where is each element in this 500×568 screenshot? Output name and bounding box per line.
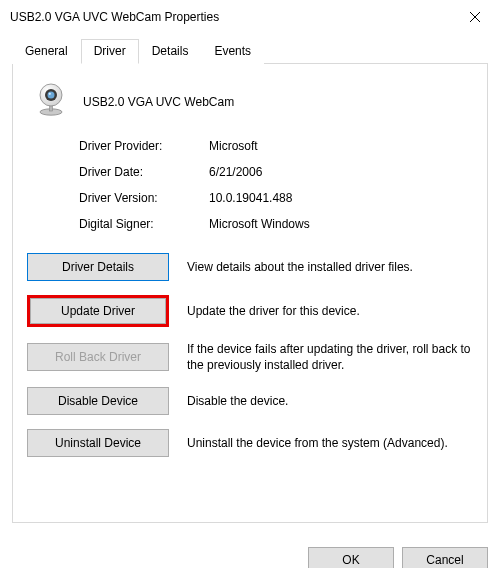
tab-general[interactable]: General [12,39,81,64]
ok-button[interactable]: OK [308,547,394,568]
version-value: 10.0.19041.488 [209,191,473,205]
driver-info: Driver Provider: Microsoft Driver Date: … [27,139,473,231]
disable-device-button[interactable]: Disable Device [27,387,169,415]
window-title: USB2.0 VGA UVC WebCam Properties [10,10,452,24]
uninstall-device-desc: Uninstall the device from the system (Ad… [187,435,473,451]
webcam-icon [33,82,69,121]
tab-driver[interactable]: Driver [81,39,139,64]
cancel-button[interactable]: Cancel [402,547,488,568]
titlebar: USB2.0 VGA UVC WebCam Properties [0,0,500,34]
update-driver-highlight: Update Driver [27,295,169,327]
signer-label: Digital Signer: [79,217,189,231]
device-header: USB2.0 VGA UVC WebCam [27,82,473,121]
tab-events[interactable]: Events [201,39,264,64]
driver-details-desc: View details about the installed driver … [187,259,473,275]
update-driver-button[interactable]: Update Driver [30,298,166,324]
svg-point-7 [49,93,51,95]
roll-back-driver-desc: If the device fails after updating the d… [187,341,473,373]
roll-back-driver-button: Roll Back Driver [27,343,169,371]
update-driver-desc: Update the driver for this device. [187,303,473,319]
provider-label: Driver Provider: [79,139,189,153]
dialog-buttons: OK Cancel [0,535,500,568]
date-value: 6/21/2006 [209,165,473,179]
driver-actions: Driver Details View details about the in… [27,253,473,457]
close-icon [470,12,480,22]
disable-device-desc: Disable the device. [187,393,473,409]
close-button[interactable] [452,2,498,32]
client-area: General Driver Details Events [0,34,500,535]
tab-details[interactable]: Details [139,39,202,64]
tab-panel-driver: USB2.0 VGA UVC WebCam Driver Provider: M… [12,63,488,523]
uninstall-device-button[interactable]: Uninstall Device [27,429,169,457]
version-label: Driver Version: [79,191,189,205]
provider-value: Microsoft [209,139,473,153]
device-name: USB2.0 VGA UVC WebCam [83,95,234,109]
svg-point-6 [48,92,55,99]
signer-value: Microsoft Windows [209,217,473,231]
tabstrip: General Driver Details Events [12,38,488,63]
date-label: Driver Date: [79,165,189,179]
driver-details-button[interactable]: Driver Details [27,253,169,281]
